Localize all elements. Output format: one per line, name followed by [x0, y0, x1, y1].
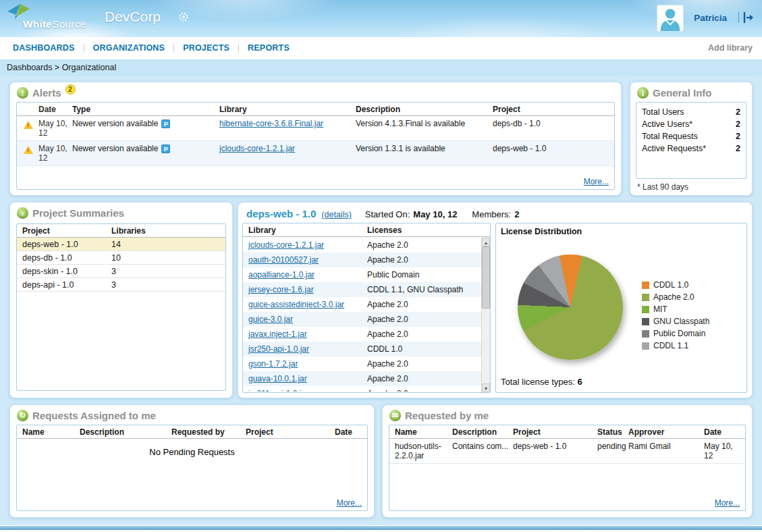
- project-libraries-count: 10: [111, 253, 225, 263]
- project-summaries-icon: ≡: [17, 207, 28, 219]
- col-project: Project: [493, 105, 614, 114]
- library-name-cell: jclouds-core-1.2.1.jar: [247, 240, 367, 250]
- legend-swatch: [642, 318, 649, 325]
- general-info-icon: i: [637, 87, 649, 99]
- scrollbar[interactable]: ▲ ▼: [481, 238, 490, 392]
- col-library: Library: [247, 225, 367, 235]
- legend-swatch: [642, 282, 649, 289]
- details-link[interactable]: (details): [321, 210, 351, 219]
- project-row[interactable]: deps-web - 1.0 14: [17, 238, 225, 251]
- alert-type: Newer version availableP: [72, 144, 219, 153]
- col-approver: Approver: [628, 427, 704, 437]
- library-link[interactable]: gson-1.7.2.jar: [248, 359, 298, 369]
- info-row: Total Requests 2: [636, 130, 746, 142]
- library-link[interactable]: jsr311-api-1.0.jar: [248, 389, 308, 392]
- project-row[interactable]: deps-skin - 1.0 3: [17, 265, 225, 278]
- footer-bar: [0, 525, 762, 530]
- library-link[interactable]: jclouds-core-1.2.1.jar: [219, 144, 295, 153]
- legend-item: Public Domain: [642, 329, 709, 338]
- library-link[interactable]: jclouds-core-1.2.1.jar: [248, 240, 324, 250]
- col-library: Library: [219, 105, 356, 114]
- library-link[interactable]: javax.inject-1.jar: [248, 329, 307, 339]
- breadcrumb[interactable]: Dashboards > Organizational: [0, 59, 762, 76]
- project-name: deps-skin - 1.0: [21, 267, 111, 276]
- library-row: guice-assistedinject-3.0.jar Apache 2.0: [243, 297, 481, 312]
- scroll-down-button[interactable]: ▼: [482, 383, 490, 392]
- library-link[interactable]: jersey-core-1.6.jar: [248, 285, 314, 294]
- project-summaries-panel: ≡ Project Summaries Project Libraries de…: [9, 202, 233, 398]
- project-libraries-count: 3: [111, 280, 225, 290]
- alert-row: ! May 10, 12 Newer version availableP jc…: [17, 141, 614, 166]
- avatar[interactable]: [657, 5, 684, 32]
- general-info-title-text: General Info: [653, 87, 712, 99]
- requested-by-me-title-text: Requested by me: [405, 410, 489, 421]
- library-link[interactable]: hibernate-core-3.6.8.Final.jar: [219, 119, 323, 128]
- pie-legend: CDDL 1.0 Apache 2.0 MIT GNU Clas: [642, 280, 709, 350]
- project-name: deps-api - 1.0: [21, 280, 111, 290]
- alerts-panel: ! Alerts 2 Date Type Library Description…: [9, 82, 622, 196]
- warning-glyph: !: [27, 122, 29, 128]
- library-name-cell: gson-1.7.2.jar: [247, 359, 367, 369]
- library-row: jsr250-api-1.0.jar CDDL 1.0: [243, 342, 481, 356]
- project-summaries-title-text: Project Summaries: [32, 207, 124, 219]
- logo-plane-icon: [7, 3, 34, 20]
- library-licenses: CDDL 1.1, GNU Classpath: [367, 285, 481, 294]
- members-label: Members:: [472, 209, 511, 219]
- library-licenses: CDDL 1.0: [367, 344, 481, 354]
- main-nav: DASHBOARDS ORGANIZATIONS PROJECTS REPORT…: [0, 37, 762, 59]
- requests-assigned-header: Name Description Requested by Project Da…: [17, 425, 367, 439]
- legend-label: GNU Classpath: [653, 317, 709, 326]
- project-detail-header: deps-web - 1.0 (details) Started On: May…: [246, 208, 534, 219]
- col-project: Project: [513, 427, 597, 437]
- requested-by-me-more-link[interactable]: More...: [715, 498, 740, 508]
- library-link[interactable]: guava-10.0.1.jar: [248, 374, 307, 383]
- info-value: 2: [736, 107, 740, 117]
- legend-swatch: [642, 342, 649, 350]
- general-info-table: Total Users 2 Active Users* 2 Total Requ…: [636, 102, 746, 179]
- general-info-footnote: * Last 90 days: [637, 182, 688, 192]
- alerts-more-link[interactable]: More...: [584, 177, 609, 186]
- project-row[interactable]: deps-db - 1.0 10: [17, 251, 225, 265]
- library-row: guice-3.0.jar Apache 2.0: [243, 312, 481, 327]
- col-description: Description: [452, 427, 513, 437]
- legend-swatch: [642, 306, 649, 313]
- requests-assigned-more-link[interactable]: More...: [337, 498, 362, 508]
- general-info-panel: i General Info Total Users 2 Active User…: [630, 82, 753, 196]
- scroll-track[interactable]: [482, 246, 490, 383]
- project-summaries-table: Project Libraries deps-web - 1.0 14 deps…: [16, 223, 226, 391]
- scroll-up-button[interactable]: ▲: [482, 238, 490, 246]
- user-link[interactable]: Patricia: [694, 13, 727, 23]
- nav-item[interactable]: DASHBOARDS: [4, 44, 84, 53]
- request-name: hudson-utils-2.2.0.jar: [393, 442, 452, 460]
- library-link[interactable]: guice-3.0.jar: [248, 315, 293, 324]
- alert-warning-cell: !: [21, 119, 38, 129]
- logout-icon[interactable]: [742, 11, 755, 24]
- library-licenses: Apache 2.0: [367, 240, 481, 250]
- whitesource-logo[interactable]: WhiteSource: [5, 1, 103, 35]
- nav-item[interactable]: REPORTS: [239, 44, 298, 53]
- logo-word-white: White: [23, 18, 52, 30]
- scroll-thumb[interactable]: [482, 246, 490, 309]
- nav-item[interactable]: ORGANIZATIONS: [84, 44, 175, 53]
- library-link[interactable]: jsr250-api-1.0.jar: [248, 344, 309, 354]
- library-link[interactable]: aopalliance-1.0.jar: [248, 270, 315, 280]
- library-row: oauth-20100527.jar Apache 2.0: [243, 252, 481, 267]
- started-on-label: Started On:: [365, 209, 410, 219]
- library-name-cell: aopalliance-1.0.jar: [247, 270, 367, 280]
- library-link[interactable]: oauth-20100527.jar: [248, 255, 319, 265]
- project-summaries-body: deps-web - 1.0 14 deps-db - 1.0 10 deps-…: [17, 238, 225, 292]
- license-distribution-box: License Distribution CDDL 1.0 Apache 2.0: [495, 223, 747, 393]
- col-name: Name: [21, 427, 80, 437]
- library-link[interactable]: guice-assistedinject-3.0.jar: [248, 300, 344, 309]
- col-date: Date: [704, 427, 745, 437]
- info-label: Active Requests*: [642, 143, 706, 154]
- gear-icon[interactable]: [178, 11, 189, 22]
- nav-item[interactable]: PROJECTS: [174, 44, 239, 53]
- top-header: WhiteSource DevCorp Patricia: [0, 0, 762, 37]
- project-libraries-count: 3: [111, 267, 225, 276]
- license-pie-chart: [518, 255, 623, 360]
- alert-library-cell: hibernate-core-3.6.8.Final.jar: [219, 119, 356, 128]
- add-library-button[interactable]: Add library: [708, 37, 753, 59]
- requested-by-me-title: ✉ Requested by me: [389, 410, 489, 421]
- project-row[interactable]: deps-api - 1.0 3: [17, 278, 225, 292]
